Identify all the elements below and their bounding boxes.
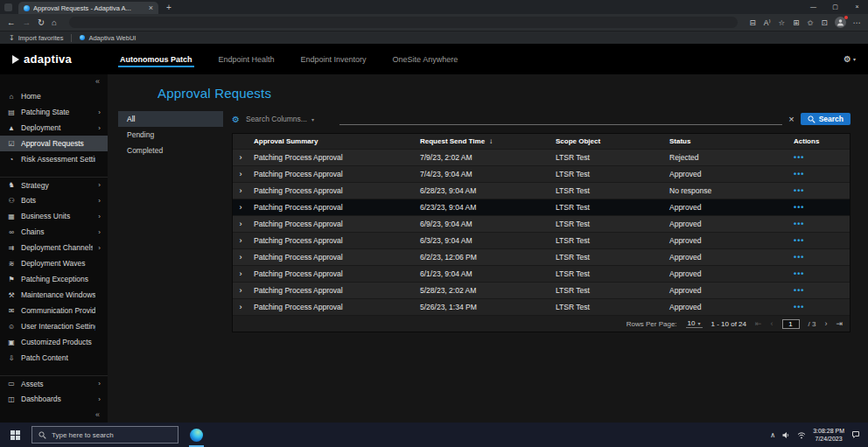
extensions-icon[interactable]: ⊡ bbox=[821, 18, 827, 27]
maximize-button[interactable]: ▢ bbox=[824, 0, 846, 14]
row-actions-button[interactable]: ••• bbox=[794, 303, 804, 311]
browser-tab[interactable]: Approval Requests - Adaptiva A... × bbox=[18, 2, 158, 14]
sidebar-collapse-button-bottom[interactable]: « bbox=[0, 410, 108, 423]
start-button[interactable] bbox=[4, 430, 25, 440]
new-tab-button[interactable]: + bbox=[166, 3, 172, 12]
table-row[interactable]: › Patching Process Approval 5/26/23, 1:3… bbox=[233, 298, 850, 315]
expand-row-icon[interactable]: › bbox=[240, 303, 242, 311]
forward-button[interactable]: → bbox=[23, 17, 32, 27]
prev-page-button[interactable]: ‹ bbox=[771, 319, 774, 328]
table-row[interactable]: › Patching Process Approval 5/28/23, 2:0… bbox=[233, 282, 850, 298]
table-row[interactable]: › Patching Process Approval 7/4/23, 9:04… bbox=[233, 165, 850, 182]
read-aloud-icon[interactable]: A⁾ bbox=[764, 18, 771, 27]
table-row[interactable]: › Patching Process Approval 6/9/23, 9:04… bbox=[233, 215, 850, 232]
sidebar-item-business-units[interactable]: ▦ Business Units › bbox=[0, 208, 108, 224]
column-header-approval-summary[interactable]: Approval Summary bbox=[248, 137, 415, 145]
app-tab-endpoint-inventory[interactable]: Endpoint Inventory bbox=[288, 44, 380, 74]
rows-per-page-select[interactable]: 10 ▾ bbox=[686, 319, 703, 328]
expand-row-icon[interactable]: › bbox=[240, 286, 242, 295]
search-button[interactable]: Search bbox=[801, 113, 850, 125]
expand-row-icon[interactable]: › bbox=[240, 269, 242, 278]
filter-tab-completed[interactable]: Completed bbox=[118, 143, 223, 158]
collections-icon[interactable]: ⊞ bbox=[793, 18, 799, 27]
table-row[interactable]: › Patching Process Approval 6/1/23, 9:04… bbox=[233, 265, 850, 282]
import-favorites-button[interactable]: ↧ Import favorites bbox=[9, 34, 63, 42]
sidebar-item-customized-products[interactable]: ▣ Customized Products bbox=[0, 334, 108, 350]
sidebar-item-risk-assessment-settings[interactable]: ◔ Risk Assessment Settings bbox=[0, 151, 108, 167]
sidebar-item-approval-requests[interactable]: ☑ Approval Requests bbox=[0, 136, 108, 151]
taskbar-clock[interactable]: 3:08:28 PM 7/24/2023 bbox=[813, 427, 844, 444]
sidebar-item-deployment-waves[interactable]: ≋ Deployment Waves bbox=[0, 255, 108, 271]
sidebar-item-strategy[interactable]: ♞ Strategy › bbox=[0, 177, 108, 192]
sidebar-item-deployment-channels[interactable]: ⇉ Deployment Channels › bbox=[0, 240, 108, 255]
sidebar-item-chains[interactable]: ∞ Chains › bbox=[0, 224, 108, 240]
expand-row-icon[interactable]: › bbox=[240, 186, 242, 195]
volume-icon[interactable] bbox=[782, 431, 790, 439]
home-button[interactable]: ⌂ bbox=[52, 17, 57, 27]
row-actions-button[interactable]: ••• bbox=[794, 286, 804, 295]
split-screen-icon[interactable]: ⊟ bbox=[750, 18, 756, 27]
column-header-scope-object[interactable]: Scope Object bbox=[550, 137, 664, 145]
expand-row-icon[interactable]: › bbox=[240, 253, 242, 262]
table-row[interactable]: › Patching Process Approval 6/23/23, 9:0… bbox=[233, 199, 850, 215]
sidebar-collapse-button[interactable]: « bbox=[0, 74, 108, 88]
close-button[interactable]: × bbox=[846, 0, 868, 14]
sidebar-item-dashboards[interactable]: ◫ Dashboards › bbox=[0, 391, 108, 407]
sidebar-item-deployment[interactable]: ▲ Deployment › bbox=[0, 120, 108, 136]
app-settings-button[interactable]: ⚙ ▾ bbox=[844, 54, 856, 64]
sidebar-item-patching-state[interactable]: ▤ Patching State › bbox=[0, 104, 108, 120]
expand-row-icon[interactable]: › bbox=[240, 170, 242, 178]
expand-row-icon[interactable]: › bbox=[240, 236, 242, 245]
column-header-status[interactable]: Status bbox=[664, 137, 788, 145]
clear-search-icon[interactable]: × bbox=[788, 114, 794, 124]
refresh-button[interactable]: ↻ bbox=[38, 17, 45, 27]
expand-row-icon[interactable]: › bbox=[240, 203, 242, 212]
action-center-icon[interactable] bbox=[851, 430, 860, 439]
sidebar-item-bots[interactable]: ⚇ Bots › bbox=[0, 192, 108, 208]
back-button[interactable]: ← bbox=[7, 17, 16, 27]
minimize-button[interactable]: — bbox=[802, 0, 824, 14]
app-tab-autonomous-patch[interactable]: Autonomous Patch bbox=[107, 44, 206, 74]
tab-actions-icon[interactable] bbox=[4, 3, 12, 11]
expand-row-icon[interactable]: › bbox=[240, 220, 242, 228]
row-actions-button[interactable]: ••• bbox=[794, 153, 804, 162]
filter-tab-all[interactable]: All bbox=[118, 111, 223, 127]
edge-taskbar-button[interactable] bbox=[185, 423, 208, 447]
row-actions-button[interactable]: ••• bbox=[794, 220, 804, 228]
sidebar-item-maintenance-windows[interactable]: ⚒ Maintenance Windows bbox=[0, 287, 108, 303]
column-settings-gear-icon[interactable]: ⚙ bbox=[232, 115, 240, 124]
filter-tab-pending[interactable]: Pending bbox=[118, 127, 223, 143]
next-page-button[interactable]: › bbox=[824, 319, 827, 328]
row-actions-button[interactable]: ••• bbox=[794, 170, 804, 178]
sidebar-item-patch-content[interactable]: ⇩ Patch Content bbox=[0, 350, 108, 366]
search-columns-dropdown[interactable]: Search Columns... ▾ bbox=[246, 115, 333, 123]
sort-desc-icon[interactable]: ↓ bbox=[489, 137, 493, 145]
row-actions-button[interactable]: ••• bbox=[794, 269, 804, 278]
app-tab-endpoint-health[interactable]: Endpoint Health bbox=[206, 44, 288, 74]
column-header-request-send-time[interactable]: Request Send Time ↓ bbox=[415, 137, 550, 145]
search-input[interactable] bbox=[340, 114, 782, 125]
sidebar-item-communication-providers[interactable]: ✉ Communication Providers bbox=[0, 303, 108, 318]
page-input[interactable] bbox=[782, 319, 800, 329]
sidebar-item-patching-exceptions[interactable]: ⚑ Patching Exceptions bbox=[0, 271, 108, 287]
table-row[interactable]: › Patching Process Approval 7/9/23, 2:02… bbox=[233, 149, 850, 165]
sidebar-item-home[interactable]: ⌂ Home bbox=[0, 88, 108, 104]
tab-close-icon[interactable]: × bbox=[149, 3, 153, 12]
app-tab-onesite-anywhere[interactable]: OneSite Anywhere bbox=[380, 44, 472, 74]
last-page-button[interactable]: ⇥ bbox=[836, 319, 843, 328]
table-row[interactable]: › Patching Process Approval 6/28/23, 9:0… bbox=[233, 182, 850, 199]
taskbar-search[interactable]: Type here to search bbox=[32, 426, 178, 444]
address-bar[interactable] bbox=[69, 17, 738, 28]
expand-row-icon[interactable]: › bbox=[240, 153, 242, 162]
favorites-icon[interactable]: ☆ bbox=[779, 18, 786, 27]
hidden-icons-chevron[interactable]: ∧ bbox=[770, 431, 775, 439]
table-row[interactable]: › Patching Process Approval 6/3/23, 9:04… bbox=[233, 232, 850, 248]
row-actions-button[interactable]: ••• bbox=[794, 203, 804, 212]
row-actions-button[interactable]: ••• bbox=[794, 253, 804, 262]
row-actions-button[interactable]: ••• bbox=[794, 186, 804, 195]
browser-menu-button[interactable]: ⋯ bbox=[853, 17, 862, 27]
network-icon[interactable] bbox=[797, 431, 806, 439]
profile-avatar[interactable] bbox=[835, 17, 846, 28]
sidebar-item-assets[interactable]: ▭ Assets › bbox=[0, 375, 108, 391]
first-page-button[interactable]: ⇤ bbox=[755, 319, 762, 328]
